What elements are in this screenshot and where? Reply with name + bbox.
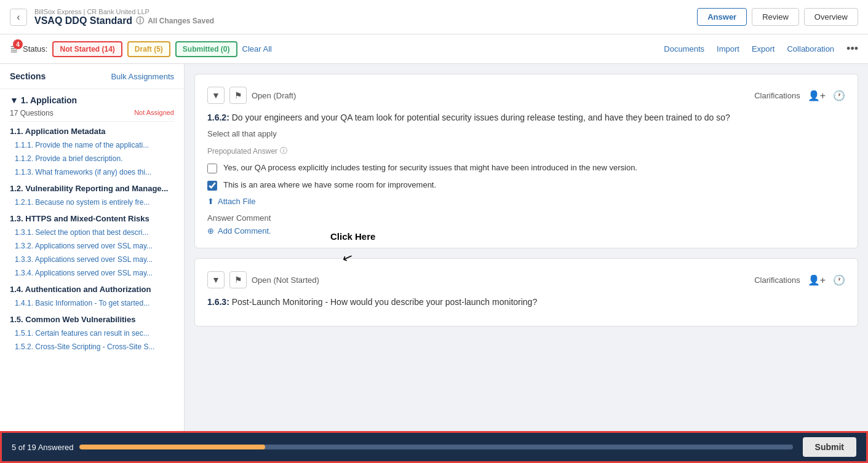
sidebar-header: Sections Bulk Assignments xyxy=(0,64,184,89)
filter-badge: 4 xyxy=(13,39,23,49)
more-options-button[interactable]: ••• xyxy=(846,42,858,55)
question-2-id: 1.6.3: xyxy=(207,297,229,307)
list-item[interactable]: 1.1.1. Provide the name of the applicati… xyxy=(0,138,184,152)
subsection-1-4[interactable]: 1.4. Authentication and Authorization xyxy=(0,280,184,296)
checkbox-2[interactable] xyxy=(207,181,217,191)
info-icon-prepopulated: ⓘ xyxy=(280,146,287,156)
question-1-body: Do your engineers and your QA team look … xyxy=(232,113,730,122)
subsection-1-1[interactable]: 1.1. Application Metadata xyxy=(0,122,184,138)
not-started-pill[interactable]: Not Started (14) xyxy=(52,41,122,57)
status-bar-left: ≣ 4 Status: Not Started (14) Draft (5) S… xyxy=(10,41,272,57)
list-item[interactable]: 1.3.1. Select the option that best descr… xyxy=(0,226,184,239)
upload-icon: ⬆ xyxy=(207,197,214,206)
section-1-title: ▼ 1. Application xyxy=(10,95,174,105)
main-layout: Sections Bulk Assignments ▼ 1. Applicati… xyxy=(0,64,868,431)
export-link[interactable]: Export xyxy=(752,44,775,53)
question-2-text: 1.6.3: Post-Launch Monitoring - How woul… xyxy=(207,296,845,309)
clear-all-button[interactable]: Clear All xyxy=(242,44,272,53)
card-2-down-btn[interactable]: ▼ xyxy=(207,271,225,288)
list-item[interactable]: 1.3.3. Applications served over SSL may.… xyxy=(0,253,184,266)
question-card-1: ▼ ⚑ Open (Draft) Clarifications 👤+ 🕐 1.6… xyxy=(194,74,858,248)
instruction-1: Select all that apply xyxy=(207,129,845,138)
add-person-icon-2[interactable]: 👤+ xyxy=(808,274,826,286)
saved-status: All Changes Saved xyxy=(148,17,214,25)
checkbox-label-1: Yes, our QA process explicitly includes … xyxy=(223,162,637,173)
card-1-header: ▼ ⚑ Open (Draft) Clarifications 👤+ 🕐 xyxy=(207,87,845,104)
tab-overview[interactable]: Overview xyxy=(804,8,858,26)
card-1-down-btn[interactable]: ▼ xyxy=(207,87,225,104)
clarifications-label-2: Clarifications xyxy=(754,275,800,285)
checkbox-label-2: This is an area where we have some room … xyxy=(223,180,436,191)
add-person-icon-1[interactable]: 👤+ xyxy=(808,90,826,101)
list-item[interactable]: 1.1.3. What frameworks (if any) does thi… xyxy=(0,165,184,179)
subsection-1-2[interactable]: 1.2. Vulnerability Reporting and Manage.… xyxy=(0,179,184,196)
subsection-1-3[interactable]: 1.3. HTTPS and Mixed-Content Risks xyxy=(0,209,184,226)
card-1-header-left: ▼ ⚑ Open (Draft) xyxy=(207,87,296,104)
info-icon[interactable]: ⓘ xyxy=(136,15,144,26)
prepopulated-label: Prepopulated Answer ⓘ xyxy=(207,146,845,156)
plus-icon: ⊕ xyxy=(207,226,214,235)
header-left: ‹ BillSox Express | CR Bank United LLP V… xyxy=(10,8,214,26)
card-1-flag-btn[interactable]: ⚑ xyxy=(229,87,247,104)
card-2-header: ▼ ⚑ Open (Not Started) Clarifications 👤+… xyxy=(207,271,845,288)
answer-comment-label: Answer Comment xyxy=(207,213,845,223)
section-1-meta: 17 Questions Not Assigned xyxy=(0,108,184,121)
list-item[interactable]: 1.4.1. Basic Information - To get starte… xyxy=(0,296,184,310)
question-1-id: 1.6.2: xyxy=(207,113,229,122)
attach-file-button[interactable]: ⬆ Attach File xyxy=(207,197,255,206)
question-1-text: 1.6.2: Do your engineers and your QA tea… xyxy=(207,111,845,124)
bulk-assignments-button[interactable]: Bulk Assignments xyxy=(111,72,174,81)
tab-review[interactable]: Review xyxy=(752,8,799,26)
list-item[interactable]: 1.1.2. Provide a brief description. xyxy=(0,152,184,165)
assign-status: Not Assigned xyxy=(134,109,174,117)
draft-pill[interactable]: Draft (5) xyxy=(127,41,170,57)
list-item[interactable]: 1.5.1. Certain features can result in se… xyxy=(0,326,184,340)
question-card-2: Click Here ↙ ▼ ⚑ Open (Not Started) Clar… xyxy=(194,258,858,326)
top-header: ‹ BillSox Express | CR Bank United LLP V… xyxy=(0,0,868,34)
submitted-pill[interactable]: Submitted (0) xyxy=(175,41,237,57)
document-title: VSAQ DDQ Standard ⓘ All Changes Saved xyxy=(34,15,214,26)
checkbox-1[interactable] xyxy=(207,164,217,173)
subsection-1-5[interactable]: 1.5. Common Web Vulnerabilities xyxy=(0,310,184,326)
card-2-flag-btn[interactable]: ⚑ xyxy=(229,271,247,288)
back-button[interactable]: ‹ xyxy=(10,9,27,26)
status-label: Status: xyxy=(23,44,47,53)
collaboration-link[interactable]: Collaboration xyxy=(787,44,834,53)
filter-icon[interactable]: ≣ 4 xyxy=(10,43,18,55)
card-1-header-right: Clarifications 👤+ 🕐 xyxy=(754,90,845,101)
history-icon-1[interactable]: 🕐 xyxy=(833,90,845,101)
main-content: ▼ ⚑ Open (Draft) Clarifications 👤+ 🕐 1.6… xyxy=(185,64,868,431)
card-2-header-left: ▼ ⚑ Open (Not Started) xyxy=(207,271,319,288)
documents-link[interactable]: Documents xyxy=(664,44,704,53)
header-tabs: Answer Review Overview xyxy=(697,8,858,26)
checkbox-row-2: This is an area where we have some room … xyxy=(207,180,845,191)
history-icon-2[interactable]: 🕐 xyxy=(833,274,845,286)
card-2-header-right: Clarifications 👤+ 🕐 xyxy=(754,274,845,286)
checkbox-row-1: Yes, our QA process explicitly includes … xyxy=(207,162,845,173)
question-2-body: Post-Launch Monitoring - How would you d… xyxy=(232,297,537,307)
sections-title: Sections xyxy=(10,71,46,81)
list-item[interactable]: 1.5.2. Cross-Site Scripting - Cross-Site… xyxy=(0,340,184,354)
click-here-label: Click Here xyxy=(330,231,375,242)
list-item[interactable]: 1.3.2. Applications served over SSL may.… xyxy=(0,239,184,253)
status-bar: ≣ 4 Status: Not Started (14) Draft (5) S… xyxy=(0,34,868,64)
card-2-status: Open (Not Started) xyxy=(252,275,319,285)
add-comment-button[interactable]: ⊕ Add Comment. xyxy=(207,226,271,235)
list-item[interactable]: 1.3.4. Applications served over SSL may.… xyxy=(0,266,184,280)
header-title-block: BillSox Express | CR Bank United LLP VSA… xyxy=(34,8,214,26)
list-item[interactable]: 1.2.1. Because no system is entirely fre… xyxy=(0,196,184,209)
sidebar-content: ▼ 1. Application 17 Questions Not Assign… xyxy=(0,89,184,431)
clarifications-label-1: Clarifications xyxy=(754,91,800,100)
section-1-header[interactable]: ▼ 1. Application xyxy=(0,89,184,108)
question-count: 17 Questions xyxy=(10,109,54,117)
company-name: BillSox Express | CR Bank United LLP xyxy=(34,8,214,15)
sidebar: Sections Bulk Assignments ▼ 1. Applicati… xyxy=(0,64,185,431)
click-here-arrow: ↙ xyxy=(340,248,355,266)
tab-answer[interactable]: Answer xyxy=(697,8,747,26)
card-1-status: Open (Draft) xyxy=(252,91,296,100)
status-bar-right: Documents Import Export Collaboration ••… xyxy=(664,42,858,55)
import-link[interactable]: Import xyxy=(717,44,739,53)
